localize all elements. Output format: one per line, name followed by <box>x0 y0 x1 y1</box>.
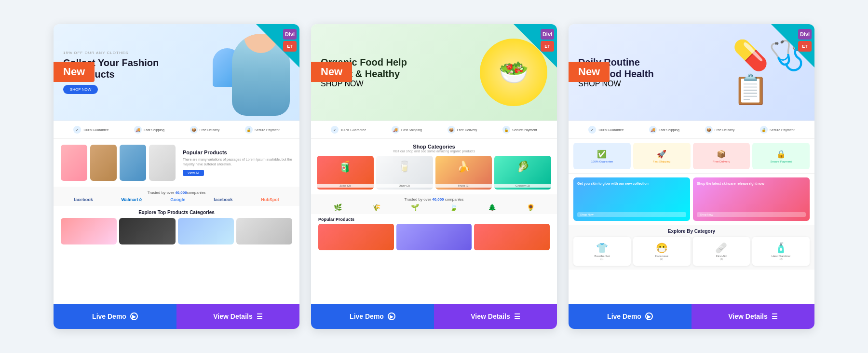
food-cat-grid: 🧃 Juice (2) 🥛 Dairy (2) 🍌 Fruits (2) 🥬 G… <box>317 156 551 190</box>
cat-thumb-1 <box>61 218 117 244</box>
new-badge-health: New <box>569 62 610 82</box>
trusted-section-fashion: Trusted by over 40,000companies facebook… <box>54 187 299 206</box>
card-health-preview: New Divi ET Daily Routine For Good Healt… <box>569 24 814 304</box>
view-details-btn-health[interactable]: View Details ☰ <box>692 304 814 329</box>
brand-facebook-2: facebook <box>214 197 233 202</box>
view-details-label-food: View Details <box>471 312 510 320</box>
food-cat-dairy: 🥛 Dairy (2) <box>376 156 433 190</box>
health-cat-3: 🩹 First Aid (4) <box>693 237 750 266</box>
view-details-btn-fashion[interactable]: View Details ☰ <box>176 304 299 329</box>
brand-logos: facebook Walmart☆ Google facebook HubSpo… <box>61 197 292 202</box>
cat-thumb-3 <box>178 218 234 244</box>
live-demo-label-health: Live Demo <box>607 312 641 320</box>
explore-title-fashion: Explore Top Products Categories <box>61 210 292 215</box>
product-thumb-1 <box>61 145 87 181</box>
view-all-btn[interactable]: View All <box>183 170 204 176</box>
divi-ribbon-fashion: Divi ET <box>256 24 299 68</box>
trust-guarantee: ✓ 100% Guarantee <box>73 126 108 134</box>
products-info: Popular Products There are many variatio… <box>183 149 292 176</box>
live-demo-label-food: Live Demo <box>350 312 384 320</box>
brand-hubspot: HubSpot <box>261 197 279 202</box>
product-thumbs <box>61 145 176 181</box>
health-features: ✅ 100% Guarantee 🚀 Fast Shipping 📦 Free … <box>569 139 814 174</box>
card-health: New Divi ET Daily Routine For Good Healt… <box>569 24 814 329</box>
products-title: Popular Products <box>183 149 292 155</box>
food-popular-title: Popular Products <box>318 217 550 222</box>
food-cat-subtitle: Visit our shop and see some amazing orga… <box>317 149 551 153</box>
health-feat-guarantee: ✅ 100% Guarantee <box>573 143 631 169</box>
health-feat-payment: 🔒 Secure Payment <box>752 143 810 169</box>
food-cat-title: Shop Categories <box>317 144 551 149</box>
details-icon-health: ☰ <box>772 312 778 320</box>
shop-btn-fashion[interactable]: SHOP NOW <box>63 85 98 94</box>
food-cat-juice: 🧃 Juice (2) <box>317 156 374 190</box>
card-fashion: New Divi ET 15% OFF OUR ANY CLOTHES Coll… <box>54 24 299 329</box>
cat-thumb-2 <box>119 218 175 244</box>
trust-row-fashion: ✓ 100% Guarantee 🚚 Fast Shipping 📦 Free … <box>54 121 299 139</box>
divi-icon: Divi <box>283 29 297 40</box>
health-trust-3: 📦 Free Delivery <box>705 126 735 134</box>
health-cat-1: 👕 Breathe Set (1) <box>573 237 631 266</box>
health-trust-1: ✓ 100% Guarantee <box>588 126 624 134</box>
hero-small-fashion: 15% OFF OUR ANY CLOTHES <box>63 51 222 55</box>
view-details-btn-food[interactable]: View Details ☰ <box>434 304 557 329</box>
delivery-icon: 📦 <box>190 126 198 134</box>
trust-row-food: ✓ 100% Guarantee 🚚 Fast Shipping 📦 Free … <box>311 121 557 139</box>
promo-text-2: Shop the latest skincare release right n… <box>697 181 806 186</box>
card-footer-fashion: Live Demo ▶ View Details ☰ <box>54 304 299 329</box>
view-details-label-health: View Details <box>728 312 767 320</box>
divi-icon-health: Divi <box>798 29 812 40</box>
live-demo-btn-food[interactable]: Live Demo ▶ <box>311 304 434 329</box>
card-footer-health: Live Demo ▶ View Details ☰ <box>569 304 814 329</box>
payment-icon: 🔒 <box>245 126 253 134</box>
health-explore-title: Explore By Category <box>573 229 810 234</box>
guarantee-icon: ✓ <box>73 126 81 134</box>
live-demo-btn-fashion[interactable]: Live Demo ▶ <box>54 304 176 329</box>
trust-delivery: 📦 Free Delivery <box>190 126 220 134</box>
health-promos: Get you skin to glow with our new collec… <box>569 174 814 225</box>
cards-container: New Divi ET 15% OFF OUR ANY CLOTHES Coll… <box>54 24 814 329</box>
brand-facebook-1: facebook <box>74 197 93 202</box>
trust-row-health: ✓ 100% Guarantee 🚚 Fast Shipping 📦 Free … <box>569 121 814 139</box>
card-food: New Divi ET Organic Food Help You Fit & … <box>311 24 557 329</box>
shipping-icon: 🚚 <box>134 126 142 134</box>
live-demo-arrow-fashion: ▶ <box>130 312 138 320</box>
trusted-title-fashion: Trusted by over 40,000companies <box>61 190 292 195</box>
trust-shipping: 🚚 Fast Shipping <box>134 126 164 134</box>
live-demo-arrow-health: ▶ <box>645 312 653 320</box>
health-cat-grid: 👕 Breathe Set (1) 😷 Facemask (2) 🩹 First… <box>573 237 810 266</box>
view-details-label-fashion: View Details <box>213 312 252 320</box>
promo-btn-1[interactable]: Shop Now <box>577 212 686 217</box>
products-desc: There are many variations of passages of… <box>183 157 292 167</box>
new-badge-food: New <box>311 62 352 82</box>
feat-shipping-icon: 🚀 <box>657 149 666 159</box>
categories-section-fashion: Explore Top Products Categories <box>54 206 299 248</box>
food-trust-4: 🔒 Secure Payment <box>502 126 537 134</box>
live-demo-label-fashion: Live Demo <box>92 312 126 320</box>
food-pop-1 <box>318 224 394 250</box>
feat-guarantee-icon: ✅ <box>597 149 607 159</box>
food-pop-3 <box>474 224 550 250</box>
health-trust-2: 🚚 Fast Shipping <box>649 126 679 134</box>
cat-thumb-4 <box>236 218 292 244</box>
et-icon-health: ET <box>798 41 812 52</box>
feat-delivery-icon: 📦 <box>717 149 726 159</box>
divi-icon-food: Divi <box>541 29 554 40</box>
product-thumb-4 <box>149 145 176 181</box>
promo-btn-2[interactable]: Shop Now <box>697 212 806 217</box>
feat-payment-icon: 🔒 <box>776 149 786 159</box>
promo-card-1: Get you skin to glow with our new collec… <box>573 177 690 221</box>
food-trust-3: 📦 Free Delivery <box>448 126 477 134</box>
divi-ribbon-food: Divi ET <box>514 24 557 68</box>
card-fashion-preview: New Divi ET 15% OFF OUR ANY CLOTHES Coll… <box>54 24 299 304</box>
health-categories: Explore By Category 👕 Breathe Set (1) 😷 … <box>569 225 814 270</box>
food-popular-items <box>318 224 550 250</box>
live-demo-arrow-food: ▶ <box>388 312 395 320</box>
details-icon-fashion: ☰ <box>257 312 263 320</box>
brand-walmart: Walmart☆ <box>122 197 142 202</box>
products-section: Popular Products There are many variatio… <box>54 139 299 187</box>
food-popular: Popular Products <box>311 214 557 253</box>
product-thumb-3 <box>120 145 146 181</box>
food-trusted: Trusted by over 40,000 companies 🌿 🌾 🌱 🍃… <box>311 194 557 214</box>
live-demo-btn-health[interactable]: Live Demo ▶ <box>569 304 692 329</box>
